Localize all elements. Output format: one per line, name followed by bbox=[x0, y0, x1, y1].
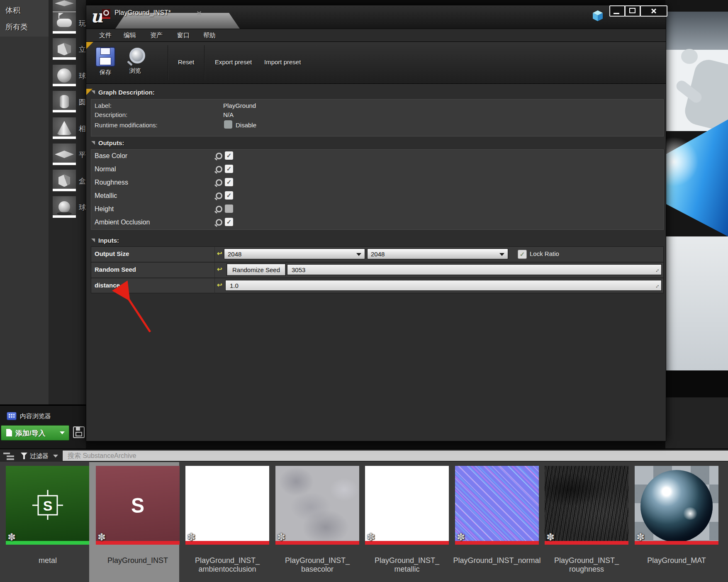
save-all-icon[interactable] bbox=[73, 426, 85, 438]
random-seed-label: Random Seed bbox=[95, 266, 136, 273]
place-actor-item-cylinder[interactable] bbox=[53, 91, 76, 112]
preview-magnifier-icon[interactable] bbox=[214, 152, 222, 161]
output-checkbox[interactable] bbox=[225, 178, 233, 186]
substance-logo: S bbox=[131, 493, 144, 517]
category-volumes[interactable]: 体积 bbox=[5, 5, 20, 15]
save-button[interactable]: 保存 bbox=[92, 47, 119, 76]
reset-to-default-icon[interactable]: ↩ bbox=[217, 250, 222, 257]
partial-plane-icon bbox=[55, 0, 74, 6]
asset-thumbnail[interactable]: S bbox=[96, 466, 180, 545]
output-checkbox[interactable] bbox=[225, 218, 233, 226]
preview-magnifier-icon[interactable] bbox=[214, 166, 222, 174]
preview-magnifier-icon[interactable] bbox=[214, 205, 222, 214]
output-checkbox[interactable] bbox=[225, 205, 233, 213]
output-name: Roughness bbox=[95, 179, 128, 186]
output-checkbox[interactable] bbox=[225, 151, 233, 160]
output-height-dropdown[interactable]: 2048 bbox=[367, 248, 508, 259]
graph-description-header[interactable]: Graph Description: bbox=[91, 89, 155, 96]
plane-icon bbox=[55, 151, 74, 158]
randomize-seed-button[interactable]: Randomize Seed bbox=[227, 264, 285, 275]
reset-button[interactable]: Reset bbox=[178, 58, 194, 66]
output-checkbox[interactable] bbox=[225, 191, 233, 200]
asset-thumbnail[interactable] bbox=[455, 466, 539, 545]
drag-handle-icon[interactable]: ↔ bbox=[651, 280, 663, 292]
disable-checkbox[interactable] bbox=[224, 120, 232, 129]
menu-asset[interactable]: 资产 bbox=[150, 32, 163, 39]
menu-window[interactable]: 窗口 bbox=[177, 32, 190, 39]
export-preset-button[interactable]: Export preset bbox=[215, 58, 252, 66]
place-actor-partial-label: 球 bbox=[79, 203, 86, 212]
inputs-header[interactable]: Inputs: bbox=[91, 237, 119, 244]
mannequin-head bbox=[681, 49, 698, 64]
place-actor-item-plane[interactable] bbox=[53, 144, 76, 165]
search-input[interactable] bbox=[62, 450, 728, 461]
page-icon bbox=[6, 429, 12, 436]
reset-to-default-icon[interactable]: ↩ bbox=[217, 265, 222, 273]
category-all-classes[interactable]: 所有类 bbox=[5, 22, 28, 32]
place-actor-item-cone[interactable] bbox=[53, 117, 76, 139]
outputs-header[interactable]: Outputs: bbox=[91, 139, 124, 146]
tab-close-icon[interactable] bbox=[197, 11, 202, 16]
expander-icon bbox=[91, 90, 95, 94]
chevron-down-icon bbox=[356, 253, 361, 256]
asset-label: metal bbox=[3, 556, 93, 565]
asset-thumbnail[interactable] bbox=[635, 466, 718, 545]
browse-button[interactable]: 浏览 bbox=[122, 47, 149, 75]
asset-label: PlayGround_MAT bbox=[632, 556, 721, 565]
place-actor-partial-label: 盒 bbox=[79, 176, 86, 186]
place-actor-item-player-start[interactable] bbox=[53, 12, 76, 34]
lock-ratio-checkbox[interactable] bbox=[518, 250, 527, 259]
asset-label: PlayGround_INST bbox=[93, 556, 183, 565]
cylinder-icon bbox=[60, 95, 69, 108]
title-bar[interactable]: u PlayGround_INST* bbox=[86, 5, 666, 29]
chevron-down-icon bbox=[60, 431, 65, 434]
lock-ratio-label: Lock Ratio bbox=[530, 250, 559, 257]
asset-grid: S✽metalS✽PlayGround_INST✽PlayGround_INST… bbox=[0, 462, 728, 582]
output-row: Metallic bbox=[91, 190, 663, 203]
unreal-logo-icon: u bbox=[90, 6, 103, 27]
distance-label: distance bbox=[95, 282, 120, 289]
description-value: N/A bbox=[223, 111, 234, 118]
reset-to-default-icon[interactable]: ↩ bbox=[217, 281, 222, 289]
asset-thumbnail[interactable]: S bbox=[6, 466, 90, 545]
place-actor-item-sphere[interactable] bbox=[53, 65, 76, 86]
filter-button[interactable]: 过滤器 bbox=[30, 452, 49, 460]
viewport-floor bbox=[665, 236, 728, 370]
output-name: Metallic bbox=[95, 192, 117, 200]
asset-label-line2: metallic bbox=[362, 565, 452, 574]
asset-type-stripe bbox=[275, 541, 359, 545]
preview-magnifier-icon[interactable] bbox=[214, 219, 222, 227]
sources-panel-icon[interactable] bbox=[3, 453, 14, 460]
close-button[interactable] bbox=[640, 5, 667, 17]
place-actor-item-cube[interactable] bbox=[53, 38, 76, 60]
asset-thumbnail[interactable] bbox=[545, 466, 628, 545]
content-browser-tab[interactable]: 内容浏览器 bbox=[20, 412, 51, 420]
preview-magnifier-icon[interactable] bbox=[214, 192, 222, 200]
runtime-modifications-key: Runtime modifications: bbox=[95, 122, 158, 129]
output-name: Ambient Occlusion bbox=[95, 219, 150, 226]
menu-help[interactable]: 帮助 bbox=[203, 32, 216, 39]
menu-edit[interactable]: 编辑 bbox=[124, 32, 136, 39]
asset-thumbnail[interactable] bbox=[365, 466, 449, 545]
distance-row: distance ↩ 1.0↔ bbox=[91, 278, 663, 293]
drag-handle-icon[interactable]: ↔ bbox=[651, 264, 663, 276]
unsaved-asterisk-badge: ✽ bbox=[97, 531, 106, 543]
place-actor-item-box-reflection[interactable] bbox=[53, 170, 76, 191]
menu-file[interactable]: 文件 bbox=[99, 32, 112, 39]
output-width-dropdown[interactable]: 2048 bbox=[224, 248, 365, 259]
asset-label-line2: roughness bbox=[542, 565, 631, 574]
import-preset-button[interactable]: Import preset bbox=[264, 58, 301, 66]
output-size-label: Output Size bbox=[95, 250, 129, 257]
asset-thumbnail[interactable] bbox=[275, 466, 359, 545]
asset-thumbnail[interactable] bbox=[185, 466, 269, 545]
add-import-button[interactable]: 添加/导入 bbox=[1, 425, 69, 441]
output-checkbox[interactable] bbox=[225, 165, 233, 173]
preview-magnifier-icon[interactable] bbox=[214, 179, 222, 187]
maximize-button[interactable] bbox=[625, 5, 640, 17]
random-seed-field[interactable]: 3053↔ bbox=[287, 264, 662, 275]
minimize-button[interactable] bbox=[609, 5, 625, 17]
place-actor-partial-label: 玩 bbox=[79, 19, 86, 28]
distance-field[interactable]: 1.0↔ bbox=[225, 280, 662, 291]
place-actor-item-sphere-reflection[interactable] bbox=[53, 196, 76, 218]
viewport-lower-strip bbox=[665, 397, 728, 448]
